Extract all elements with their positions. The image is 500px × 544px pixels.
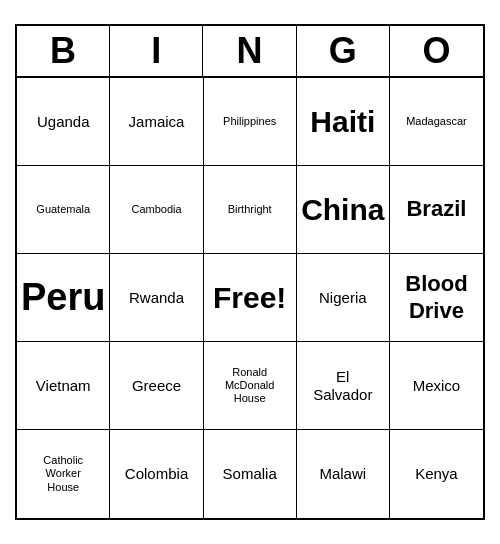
cell-text: Malawi xyxy=(319,465,366,483)
bingo-grid: UgandaJamaicaPhilippinesHaitiMadagascarG… xyxy=(17,78,483,518)
bingo-cell: El Salvador xyxy=(297,342,390,430)
cell-text: Uganda xyxy=(37,113,90,131)
bingo-cell: Malawi xyxy=(297,430,390,518)
cell-text: Vietnam xyxy=(36,377,91,395)
bingo-cell: Nigeria xyxy=(297,254,390,342)
bingo-cell: Colombia xyxy=(110,430,203,518)
header-letter: B xyxy=(17,26,110,76)
bingo-cell: Ronald McDonald House xyxy=(204,342,297,430)
cell-text: Cambodia xyxy=(131,203,181,216)
header-letter: O xyxy=(390,26,483,76)
cell-text: El Salvador xyxy=(313,368,372,404)
bingo-cell: Philippines xyxy=(204,78,297,166)
bingo-cell: Jamaica xyxy=(110,78,203,166)
bingo-cell: Greece xyxy=(110,342,203,430)
bingo-cell: Brazil xyxy=(390,166,483,254)
bingo-header: BINGO xyxy=(17,26,483,78)
cell-text: Guatemala xyxy=(36,203,90,216)
bingo-cell: Birthright xyxy=(204,166,297,254)
bingo-cell: Kenya xyxy=(390,430,483,518)
bingo-cell: Peru xyxy=(17,254,110,342)
cell-text: Ronald McDonald House xyxy=(225,366,275,406)
bingo-cell: Catholic Worker House xyxy=(17,430,110,518)
bingo-cell: Vietnam xyxy=(17,342,110,430)
cell-text: Colombia xyxy=(125,465,188,483)
cell-text: Jamaica xyxy=(129,113,185,131)
cell-text: Rwanda xyxy=(129,289,184,307)
bingo-card: BINGO UgandaJamaicaPhilippinesHaitiMadag… xyxy=(15,24,485,520)
header-letter: N xyxy=(203,26,296,76)
cell-text: Free! xyxy=(213,280,286,316)
cell-text: Birthright xyxy=(228,203,272,216)
cell-text: Brazil xyxy=(406,196,466,222)
header-letter: I xyxy=(110,26,203,76)
cell-text: Mexico xyxy=(413,377,461,395)
header-letter: G xyxy=(297,26,390,76)
bingo-cell: Rwanda xyxy=(110,254,203,342)
bingo-cell: Free! xyxy=(204,254,297,342)
cell-text: China xyxy=(301,192,384,228)
cell-text: Peru xyxy=(21,275,105,321)
bingo-cell: Cambodia xyxy=(110,166,203,254)
bingo-cell: Madagascar xyxy=(390,78,483,166)
cell-text: Haiti xyxy=(310,104,375,140)
cell-text: Philippines xyxy=(223,115,276,128)
cell-text: Madagascar xyxy=(406,115,467,128)
cell-text: Somalia xyxy=(223,465,277,483)
cell-text: Blood Drive xyxy=(405,271,467,324)
cell-text: Nigeria xyxy=(319,289,367,307)
bingo-cell: Uganda xyxy=(17,78,110,166)
cell-text: Kenya xyxy=(415,465,458,483)
bingo-cell: Guatemala xyxy=(17,166,110,254)
bingo-cell: Mexico xyxy=(390,342,483,430)
bingo-cell: Haiti xyxy=(297,78,390,166)
bingo-cell: Blood Drive xyxy=(390,254,483,342)
cell-text: Greece xyxy=(132,377,181,395)
bingo-cell: China xyxy=(297,166,390,254)
bingo-cell: Somalia xyxy=(204,430,297,518)
cell-text: Catholic Worker House xyxy=(43,454,83,494)
